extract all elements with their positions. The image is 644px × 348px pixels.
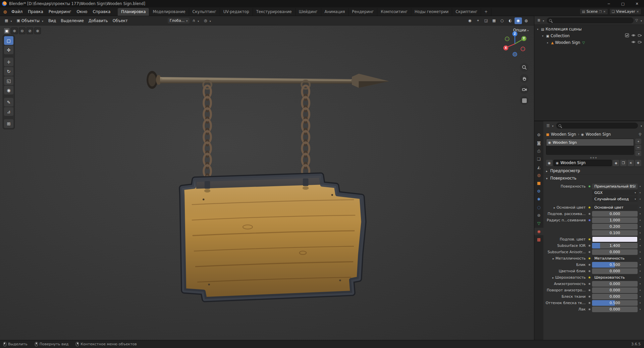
outliner-item-label[interactable]: Wooden Sign	[555, 40, 580, 45]
tool-move[interactable]: ✛	[4, 58, 13, 66]
outliner-row-2[interactable]: ▸▲Wooden Sign▽	[534, 39, 644, 46]
unlink-material-button[interactable]: ✕	[628, 160, 634, 166]
ortho-grid-button[interactable]	[520, 96, 529, 105]
workspace-tab-4[interactable]: Текстурирование	[253, 8, 296, 16]
animate-decorator-icon[interactable]	[638, 307, 643, 311]
workspace-tab-3[interactable]: UV-редактор	[220, 8, 253, 16]
node-socket-icon[interactable]	[588, 238, 591, 240]
browse-material-button[interactable]: ◉	[546, 160, 552, 166]
value-field[interactable]: 0.100	[592, 230, 638, 236]
navigation-gizmo[interactable]: ZYX	[500, 29, 529, 58]
node-socket-icon[interactable]	[588, 276, 591, 279]
viewport-menu-2[interactable]: Добавить	[86, 17, 110, 24]
scene-selector[interactable]: ▤ Scene ❐ ✕	[580, 8, 608, 15]
pan-hand-button[interactable]	[520, 74, 529, 83]
filter-icon[interactable]: ▽	[635, 18, 638, 22]
viewport-canvas[interactable]: ▣⊕⊖⊘⊗ Опции ▢✜✛↻◱◉✎⊿⊞ ZYX	[0, 25, 534, 340]
node-socket-icon[interactable]	[588, 302, 591, 304]
editor-type-button[interactable]: ▦	[3, 18, 14, 24]
tool-rotate[interactable]: ↻	[4, 67, 13, 76]
outliner-search-input[interactable]	[553, 18, 631, 22]
properties-search-input[interactable]	[563, 124, 636, 128]
select-mode-subtract[interactable]: ⊖	[19, 27, 25, 34]
animate-decorator-icon[interactable]	[638, 218, 643, 222]
pin-icon[interactable]: ⚲	[639, 132, 641, 137]
animate-decorator-icon[interactable]	[638, 295, 643, 298]
tab-view-layer[interactable]: ❏	[534, 155, 543, 163]
shader-menu-button[interactable]: Принципиальный BSDF	[592, 184, 638, 189]
node-socket-icon[interactable]	[588, 245, 591, 247]
view-layer-selector[interactable]: ❏ ViewLayer ✕	[609, 8, 641, 15]
node-socket-icon[interactable]	[588, 185, 591, 188]
dropdown-field[interactable]: Случайный обход	[592, 196, 638, 202]
panel-preview[interactable]: Предпросмотр	[543, 167, 644, 174]
tab-object-data[interactable]: ▽	[534, 220, 543, 227]
tab-particles[interactable]: ✱	[534, 196, 543, 203]
eye-toggle-icon[interactable]	[631, 33, 636, 39]
expand-arrow-icon[interactable]: ▾	[537, 28, 540, 31]
value-slider[interactable]: 0.000	[592, 281, 638, 287]
fake-user-button[interactable]: ◈	[613, 160, 619, 166]
workspace-tab-10[interactable]: Скриптинг	[452, 8, 481, 16]
animate-decorator-icon[interactable]	[638, 301, 643, 305]
value-slider[interactable]: 0.000	[592, 268, 638, 274]
outliner-options-chevron[interactable]	[640, 18, 642, 23]
expand-icon[interactable]	[552, 256, 555, 261]
animate-decorator-icon[interactable]	[638, 185, 643, 188]
tab-object[interactable]: ■	[534, 180, 543, 187]
value-field[interactable]: 0.200	[592, 224, 638, 229]
outliner-row-1[interactable]: ▾▣Collection	[534, 32, 644, 39]
animate-decorator-icon[interactable]	[638, 206, 643, 209]
viewport-menu-3[interactable]: Объект	[110, 17, 130, 24]
new-material-button[interactable]: ❐	[620, 160, 627, 166]
tool-measure[interactable]: ⊿	[4, 107, 13, 116]
tab-modifiers[interactable]: ⚙	[534, 188, 543, 195]
mode-dropdown[interactable]: ▣Объекты	[14, 18, 45, 24]
select-mode-set[interactable]: ▣	[3, 27, 10, 34]
outliner-item-label[interactable]: Collection	[550, 33, 570, 38]
menubar-item-0[interactable]: Файл	[9, 8, 25, 15]
shading-material-button[interactable]: ◉	[515, 17, 522, 24]
select-mode-extend[interactable]: ⊕	[11, 27, 18, 34]
value-slider[interactable]: 0.000	[592, 306, 638, 312]
dropdown-field[interactable]: GGX	[592, 190, 638, 196]
value-field[interactable]: 1.000	[592, 217, 638, 223]
node-socket-icon[interactable]	[588, 308, 591, 310]
proportional-edit-toggle[interactable]: ◎	[202, 18, 213, 24]
viewport-menu-0[interactable]: Вид	[46, 17, 58, 24]
tab-world[interactable]: ◍	[534, 171, 543, 179]
animate-decorator-icon[interactable]	[638, 269, 643, 273]
node-socket-icon[interactable]	[588, 283, 591, 285]
workspace-tab-0[interactable]: Планировка	[118, 8, 149, 16]
animate-decorator-icon[interactable]	[638, 212, 643, 216]
outliner-row-0[interactable]: ▾▤Коллекция сцены	[534, 26, 644, 32]
animate-decorator-icon[interactable]	[638, 244, 643, 248]
tool-add-cube[interactable]: ⊞	[4, 119, 13, 128]
workspace-tab-6[interactable]: Анимация	[321, 8, 349, 16]
linked-texture-button[interactable]: Шероховатость	[592, 275, 638, 280]
color-swatch[interactable]	[592, 236, 638, 242]
animate-decorator-icon[interactable]	[638, 282, 643, 286]
node-socket-icon[interactable]	[588, 251, 591, 253]
tab-constraints[interactable]: ⊛	[534, 212, 543, 219]
maximize-button[interactable]: ▢	[616, 0, 630, 7]
tab-physics[interactable]: ◌	[534, 204, 543, 211]
animate-decorator-icon[interactable]	[638, 197, 643, 201]
snap-toggle[interactable]: ∩	[191, 18, 201, 24]
zoom-button[interactable]	[520, 63, 529, 72]
xray-toggle[interactable]: ▦	[490, 17, 498, 24]
tab-material[interactable]: ◉	[534, 228, 543, 235]
camera-toggle-icon[interactable]	[638, 40, 642, 45]
workspace-tab-8[interactable]: Композитинг	[377, 8, 411, 16]
workspace-tab-5[interactable]: Шейдинг	[296, 8, 321, 16]
outliner-search[interactable]	[547, 17, 634, 23]
orientation-dropdown[interactable]: Глоба...	[168, 18, 190, 23]
viewport-menu-1[interactable]: Выделение	[58, 17, 86, 24]
remove-slot-button[interactable]: −	[635, 145, 641, 150]
tab-tool[interactable]: ⚙	[534, 131, 543, 139]
scene-unlink-button[interactable]: ✕	[603, 10, 606, 13]
workspace-tab-9[interactable]: Ноды геометрии	[411, 8, 452, 16]
value-slider[interactable]: 0.000	[592, 249, 638, 255]
camera-toggle-icon[interactable]	[638, 33, 642, 39]
blender-logo-icon[interactable]	[2, 1, 7, 6]
